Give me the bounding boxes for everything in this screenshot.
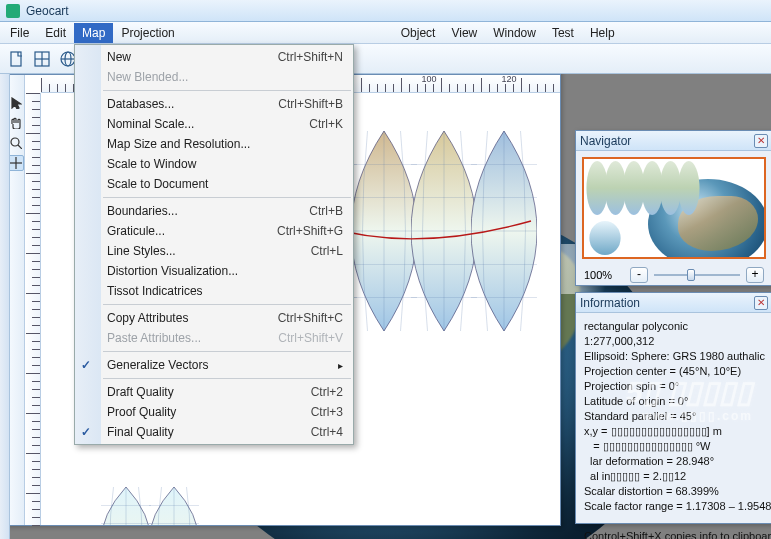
menu-item-label: Map Size and Resolution... bbox=[107, 137, 250, 151]
menu-item-line-styles[interactable]: Line Styles...Ctrl+L bbox=[75, 241, 353, 261]
menu-item-shortcut: Ctrl+Shift+G bbox=[277, 224, 343, 238]
titlebar: Geocart bbox=[0, 0, 771, 22]
svg-point-20 bbox=[11, 138, 19, 146]
menu-item-label: Boundaries... bbox=[107, 204, 178, 218]
menu-item-shortcut: Ctrl+Shift+C bbox=[278, 311, 343, 325]
app-title: Geocart bbox=[26, 4, 69, 18]
menu-item-label: New Blended... bbox=[107, 70, 188, 84]
arrow-tool[interactable] bbox=[10, 95, 24, 111]
menu-separator bbox=[103, 351, 351, 352]
menu-item-label: Proof Quality bbox=[107, 405, 176, 419]
menu-item-label: Scale to Document bbox=[107, 177, 208, 191]
navigator-preview[interactable] bbox=[582, 157, 766, 259]
zoom-thumb[interactable] bbox=[687, 269, 695, 281]
hand-icon bbox=[10, 117, 22, 129]
menu-item-nominal-scale[interactable]: Nominal Scale...Ctrl+K bbox=[75, 114, 353, 134]
checkmark-icon: ✓ bbox=[81, 425, 95, 439]
menu-object[interactable]: Object bbox=[393, 23, 444, 43]
menu-item-label: Graticule... bbox=[107, 224, 165, 238]
navigator-header[interactable]: Navigator ✕ bbox=[576, 131, 771, 151]
menu-item-scale-to-window[interactable]: Scale to Window bbox=[75, 154, 353, 174]
menu-file[interactable]: File bbox=[2, 23, 37, 43]
menu-item-new[interactable]: NewCtrl+Shift+N bbox=[75, 47, 353, 67]
menu-separator bbox=[103, 378, 351, 379]
menu-separator bbox=[103, 197, 351, 198]
menu-separator bbox=[103, 90, 351, 91]
document-icon bbox=[8, 51, 24, 67]
grid-icon bbox=[34, 51, 50, 67]
menu-item-shortcut: Ctrl+Shift+V bbox=[278, 331, 343, 345]
menu-item-proof-quality[interactable]: Proof QualityCtrl+3 bbox=[75, 402, 353, 422]
information-title: Information bbox=[580, 296, 640, 310]
menu-window[interactable]: Window bbox=[485, 23, 544, 43]
crosshair-icon bbox=[10, 157, 22, 169]
menubar: File Edit Map Projection Object View Win… bbox=[0, 22, 771, 44]
menu-item-shortcut: Ctrl+K bbox=[309, 117, 343, 131]
information-close[interactable]: ✕ bbox=[754, 296, 768, 310]
checkmark-icon: ✓ bbox=[81, 358, 95, 372]
menu-test[interactable]: Test bbox=[544, 23, 582, 43]
mini-map bbox=[101, 487, 211, 525]
arrow-icon bbox=[10, 97, 22, 109]
menu-item-databases[interactable]: Databases...Ctrl+Shift+B bbox=[75, 94, 353, 114]
menu-item-map-size-and-resolution[interactable]: Map Size and Resolution... bbox=[75, 134, 353, 154]
tool-column bbox=[10, 75, 25, 525]
menu-item-shortcut: Ctrl+2 bbox=[311, 385, 343, 399]
menu-item-boundaries[interactable]: Boundaries...Ctrl+B bbox=[75, 201, 353, 221]
menu-edit[interactable]: Edit bbox=[37, 23, 74, 43]
zoom-in-button[interactable]: + bbox=[746, 267, 764, 283]
menu-item-label: Tissot Indicatrices bbox=[107, 284, 203, 298]
menu-item-shortcut: Ctrl+Shift+B bbox=[278, 97, 343, 111]
zoom-slider[interactable] bbox=[654, 267, 740, 283]
navigator-panel: Navigator ✕ 100% - + bbox=[575, 130, 771, 286]
menu-item-label: Copy Attributes bbox=[107, 311, 188, 325]
menu-item-label: Generalize Vectors bbox=[107, 358, 208, 372]
menu-item-distortion-visualization[interactable]: Distortion Visualization... bbox=[75, 261, 353, 281]
menu-item-label: Draft Quality bbox=[107, 385, 174, 399]
svg-marker-19 bbox=[12, 98, 21, 109]
information-body: rectangular polyconic 1:277,000,312 Elli… bbox=[576, 313, 771, 539]
menu-item-paste-attributes: Paste Attributes...Ctrl+Shift+V bbox=[75, 328, 353, 348]
menu-item-scale-to-document[interactable]: Scale to Document bbox=[75, 174, 353, 194]
menu-item-draft-quality[interactable]: Draft QualityCtrl+2 bbox=[75, 382, 353, 402]
crosshair-tool[interactable] bbox=[10, 155, 24, 171]
menu-item-label: Line Styles... bbox=[107, 244, 176, 258]
menu-help[interactable]: Help bbox=[582, 23, 623, 43]
map-menu-dropdown: NewCtrl+Shift+NNew Blended...Databases..… bbox=[74, 44, 354, 445]
zoom-percent: 100% bbox=[584, 269, 624, 281]
ruler-vertical bbox=[25, 93, 41, 525]
menu-view[interactable]: View bbox=[443, 23, 485, 43]
menu-item-label: Scale to Window bbox=[107, 157, 196, 171]
tool-grid[interactable] bbox=[32, 49, 52, 69]
navigator-title: Navigator bbox=[580, 134, 631, 148]
menu-item-label: New bbox=[107, 50, 131, 64]
menu-map[interactable]: Map bbox=[74, 23, 113, 43]
menu-item-shortcut: Ctrl+4 bbox=[311, 425, 343, 439]
menu-item-label: Distortion Visualization... bbox=[107, 264, 238, 278]
menu-item-final-quality[interactable]: ✓Final QualityCtrl+4 bbox=[75, 422, 353, 442]
zoom-tool[interactable] bbox=[10, 135, 24, 151]
svg-rect-0 bbox=[11, 52, 21, 66]
menu-item-label: Paste Attributes... bbox=[107, 331, 201, 345]
app-icon bbox=[6, 4, 20, 18]
menu-item-label: Databases... bbox=[107, 97, 174, 111]
magnifier-icon bbox=[10, 137, 22, 149]
menu-item-shortcut: Ctrl+Shift+N bbox=[278, 50, 343, 64]
menu-item-shortcut: Ctrl+L bbox=[311, 244, 343, 258]
menu-item-new-blended: New Blended... bbox=[75, 67, 353, 87]
tool-document[interactable] bbox=[6, 49, 26, 69]
menu-item-shortcut: Ctrl+3 bbox=[311, 405, 343, 419]
menu-item-generalize-vectors[interactable]: ✓Generalize Vectors bbox=[75, 355, 353, 375]
menu-item-copy-attributes[interactable]: Copy AttributesCtrl+Shift+C bbox=[75, 308, 353, 328]
svg-line-21 bbox=[18, 145, 22, 149]
menu-separator bbox=[103, 304, 351, 305]
menu-item-shortcut: Ctrl+B bbox=[309, 204, 343, 218]
navigator-close[interactable]: ✕ bbox=[754, 134, 768, 148]
information-header[interactable]: Information ✕ bbox=[576, 293, 771, 313]
menu-item-graticule[interactable]: Graticule...Ctrl+Shift+G bbox=[75, 221, 353, 241]
left-strip bbox=[0, 74, 10, 539]
zoom-out-button[interactable]: - bbox=[630, 267, 648, 283]
menu-projection[interactable]: Projection bbox=[113, 23, 182, 43]
hand-tool[interactable] bbox=[10, 115, 24, 131]
menu-item-tissot-indicatrices[interactable]: Tissot Indicatrices bbox=[75, 281, 353, 301]
